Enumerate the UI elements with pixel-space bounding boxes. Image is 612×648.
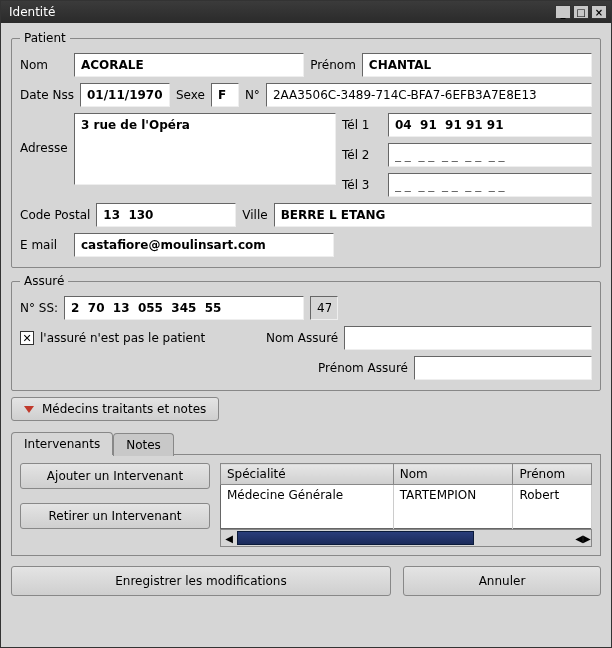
- label-date-nss: Date Nss: [20, 88, 74, 102]
- nss-key: [310, 296, 338, 320]
- scroll-right-icon[interactable]: ◀▶: [575, 533, 591, 544]
- chevron-down-icon: [24, 406, 34, 413]
- tabs: Intervenants Notes: [11, 431, 601, 454]
- label-code-postal: Code Postal: [20, 208, 90, 222]
- scroll-left-icon[interactable]: ◀: [221, 533, 237, 544]
- cell-nom: TARTEMPION: [393, 485, 513, 529]
- nom-assure-input[interactable]: [344, 326, 592, 350]
- not-patient-checkbox[interactable]: ✕: [20, 331, 34, 345]
- minimize-button[interactable]: _: [555, 5, 571, 19]
- cell-specialite: Médecine Générale: [221, 485, 394, 529]
- window-title: Identité: [9, 5, 55, 19]
- email-input[interactable]: [74, 233, 334, 257]
- cell-prenom: Robert: [513, 485, 592, 529]
- adresse-input[interactable]: [74, 113, 336, 185]
- titlebar[interactable]: Identité _ □ ×: [1, 1, 611, 23]
- col-specialite[interactable]: Spécialité: [221, 464, 394, 485]
- label-adresse: Adresse: [20, 113, 68, 155]
- label-tel3: Tél 3: [342, 178, 382, 192]
- assure-group: Assuré N° SS: ✕ l'assuré n'est pas le pa…: [11, 274, 601, 391]
- save-button[interactable]: Enregistrer les modifications: [11, 566, 391, 596]
- prenom-assure-input[interactable]: [414, 356, 592, 380]
- table-hscrollbar[interactable]: ◀ ◀▶: [220, 529, 592, 547]
- tabpanel-intervenants: Ajouter un Intervenant Retirer un Interv…: [11, 454, 601, 556]
- prenom-input[interactable]: [362, 53, 592, 77]
- scroll-thumb[interactable]: [237, 531, 474, 545]
- label-nss: N° SS:: [20, 301, 58, 315]
- label-tel2: Tél 2: [342, 148, 382, 162]
- col-prenom[interactable]: Prénom: [513, 464, 592, 485]
- cancel-button[interactable]: Annuler: [403, 566, 601, 596]
- tel1-input[interactable]: [388, 113, 592, 137]
- close-button[interactable]: ×: [591, 5, 607, 19]
- date-nss-input[interactable]: [80, 83, 170, 107]
- label-sexe: Sexe: [176, 88, 205, 102]
- medecins-notes-toggle[interactable]: Médecins traitants et notes: [11, 397, 219, 421]
- tab-intervenants[interactable]: Intervenants: [11, 432, 113, 455]
- identity-window: Identité _ □ × Patient Nom Prénom Date N…: [0, 0, 612, 648]
- nom-input[interactable]: [74, 53, 304, 77]
- label-nom-assure: Nom Assuré: [266, 331, 338, 345]
- col-nom[interactable]: Nom: [393, 464, 513, 485]
- label-email: E mail: [20, 238, 68, 252]
- intervenants-table[interactable]: Spécialité Nom Prénom Médecine Générale …: [220, 463, 592, 529]
- add-intervenant-button[interactable]: Ajouter un Intervenant: [20, 463, 210, 489]
- nss-input[interactable]: [64, 296, 304, 320]
- label-prenom: Prénom: [310, 58, 356, 72]
- ville-input[interactable]: [274, 203, 592, 227]
- label-ville: Ville: [242, 208, 267, 222]
- num-display: [266, 83, 592, 107]
- patient-group: Patient Nom Prénom Date Nss Sexe N° Adre…: [11, 31, 601, 268]
- label-prenom-assure: Prénom Assuré: [318, 361, 408, 375]
- label-tel1: Tél 1: [342, 118, 382, 132]
- tel2-input[interactable]: [388, 143, 592, 167]
- assure-legend: Assuré: [20, 274, 68, 288]
- tel3-input[interactable]: [388, 173, 592, 197]
- code-postal-input[interactable]: [96, 203, 236, 227]
- label-num: N°: [245, 88, 260, 102]
- tab-notes[interactable]: Notes: [113, 433, 174, 456]
- table-row[interactable]: Médecine Générale TARTEMPION Robert: [221, 485, 592, 529]
- medecins-notes-label: Médecins traitants et notes: [42, 402, 206, 416]
- sexe-input[interactable]: [211, 83, 239, 107]
- label-not-patient: l'assuré n'est pas le patient: [40, 331, 260, 345]
- label-nom: Nom: [20, 58, 68, 72]
- patient-legend: Patient: [20, 31, 70, 45]
- maximize-button[interactable]: □: [573, 5, 589, 19]
- remove-intervenant-button[interactable]: Retirer un Intervenant: [20, 503, 210, 529]
